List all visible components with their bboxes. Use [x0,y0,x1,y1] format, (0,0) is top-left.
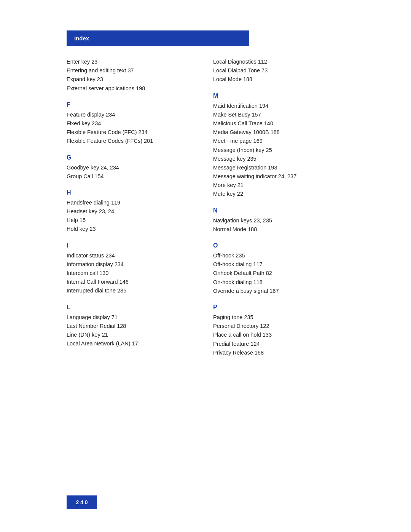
index-entry: Information display 234 [67,260,198,269]
no-letter-section-right: Local Diagnostics 112Local Dialpad Tone … [213,58,344,84]
col-right: Local Diagnostics 112Local Dialpad Tone … [209,58,344,366]
section-letter: N [213,207,344,214]
index-entry: Entering and editing text 37 [67,66,198,75]
section-letter: I [67,242,198,249]
page-number: 2 4 0 [67,495,97,509]
index-entry: Intercom call 130 [67,269,198,278]
index-entry: Flexible Feature Codes (FFCs) 201 [67,137,198,145]
col-left: Enter key 23Entering and editing text 37… [67,58,209,366]
index-header-bar: Index [67,30,249,46]
index-entry: Language display 71 [67,313,198,322]
index-entry: Handsfree dialing 119 [67,198,198,207]
index-entry: Onhook Default Path 82 [213,269,344,278]
index-entry: Malicious Call Trace 140 [213,119,344,128]
index-entry: On-hook dialing 118 [213,278,344,287]
index-entry: Internal Call Forward 146 [67,278,198,286]
index-entry: Local Area Network (LAN) 17 [67,339,198,348]
no-letter-section-left: Enter key 23Entering and editing text 37… [67,58,198,93]
index-entry: Message Registration 193 [213,163,344,172]
index-title: Index [74,35,89,42]
index-entry: Predial feature 124 [213,340,344,348]
index-entry: Line (DN) key 21 [67,331,198,339]
index-entry: Message waiting indicator 24, 237 [213,172,344,181]
index-entry: Goodbye key 24, 234 [67,163,198,172]
index-section-i: IIndicator status 234Information display… [67,242,198,296]
index-entry: Last Number Redial 128 [67,322,198,331]
section-letter: H [67,189,198,196]
index-section-g: GGoodbye key 24, 234Group Call 154 [67,154,198,181]
index-entry: More key 21 [213,181,344,190]
index-entry: Media Gateway 1000B 188 [213,128,344,137]
index-entry: Meet - me page 169 [213,137,344,145]
index-section-m: MMaid Identification 194Make Set Busy 15… [213,93,344,199]
index-entry: Paging tone 235 [213,313,344,322]
index-section-n: NNavigation keys 23, 235Normal Mode 188 [213,207,344,234]
index-entry: Message key 235 [213,155,344,163]
section-letter: O [213,242,344,249]
index-entry: Local Mode 188 [213,75,344,84]
section-letter: M [213,93,344,99]
index-section-o: OOff-hook 235Off-hook dialing 117Onhook … [213,242,344,296]
index-entry: Place a call on hold 133 [213,331,344,339]
index-entry: Navigation keys 23, 235 [213,216,344,225]
index-entry: Group Call 154 [67,172,198,181]
index-entry: Privacy Release 168 [213,348,344,357]
index-entry: Off-hook 235 [213,251,344,260]
section-letter: P [213,304,344,311]
index-entry: Override a busy signal 167 [213,287,344,296]
section-letter: L [67,304,198,311]
index-entry: Normal Mode 188 [213,225,344,234]
index-entry: Off-hook dialing 117 [213,260,344,269]
index-entry: Interrupted dial tone 235 [67,286,198,295]
index-entry: Flexible Feature Code (FFC) 234 [67,128,198,137]
index-entry: Help 15 [67,216,198,225]
index-entry: Hold key 23 [67,225,198,233]
index-entry: Mute key 22 [213,190,344,198]
page-container: Index Enter key 23Entering and editing t… [0,0,411,532]
section-letter: F [67,101,198,108]
index-section-h: HHandsfree dialing 119Headset key 23, 24… [67,189,198,234]
index-entry: Headset key 23, 24 [67,207,198,216]
index-section-l: LLanguage display 71Last Number Redial 1… [67,304,198,348]
index-entry: External server applications 198 [67,84,198,93]
index-entry: Indicator status 234 [67,251,198,260]
index-entry: Local Diagnostics 112 [213,58,344,66]
index-entry: Fixed key 234 [67,119,198,128]
index-entry: Maid Identification 194 [213,102,344,110]
section-letter: G [67,154,198,161]
index-entry: Local Dialpad Tone 73 [213,66,344,75]
index-entry: Feature display 234 [67,110,198,119]
index-content: Enter key 23Entering and editing text 37… [67,58,344,366]
index-entry: Personal Directory 122 [213,322,344,331]
index-entry: Enter key 23 [67,58,198,66]
index-section-f: FFeature display 234Fixed key 234Flexibl… [67,101,198,146]
index-section-p: PPaging tone 235Personal Directory 122Pl… [213,304,344,357]
index-entry: Expand key 23 [67,75,198,84]
index-entry: Message (Inbox) key 25 [213,146,344,155]
index-entry: Make Set Busy 157 [213,110,344,119]
